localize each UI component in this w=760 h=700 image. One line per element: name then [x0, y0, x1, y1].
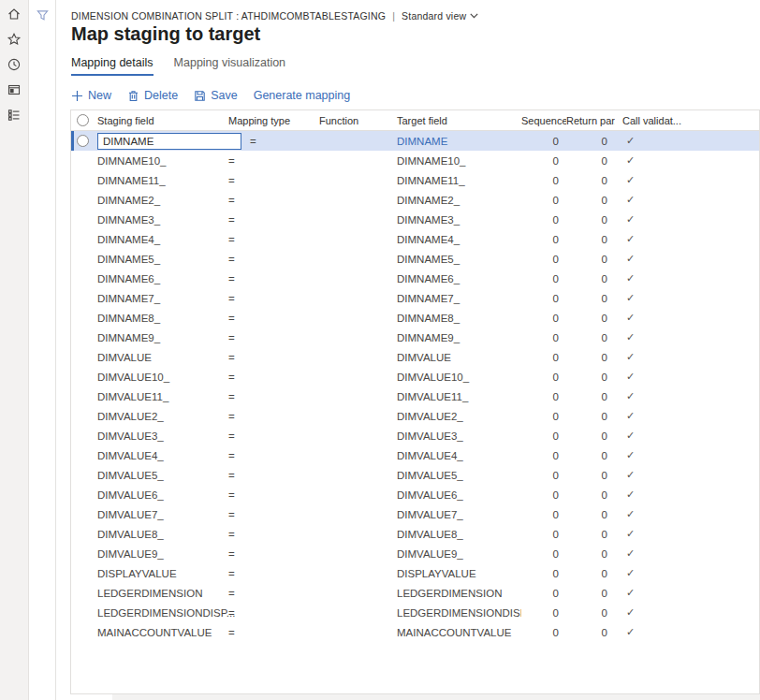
tab-mapping-visualization[interactable]: Mapping visualization: [174, 56, 286, 76]
row-staging-cell: DIMNAME11_: [94, 175, 225, 186]
table-row[interactable]: DISPLAYVALUE = DISPLAYVALUE 0 0 ✓: [71, 563, 759, 583]
table-row[interactable]: DIMNAME = DIMNAME 0 0 ✓: [71, 131, 759, 151]
table-row[interactable]: LEDGERDIMENSIONDISP... = LEDGERDIMENSION…: [71, 603, 759, 622]
row-radio-cell: [71, 606, 94, 619]
row-staging-text: DIMNAME10_: [97, 155, 167, 167]
table-row[interactable]: DIMVALUE4_ = DIMVALUE4_ 0 0 ✓: [71, 445, 759, 465]
table-row[interactable]: DIMNAME7_ = DIMNAME7_ 0 0 ✓: [71, 288, 759, 308]
table-row[interactable]: DIMVALUE2_ = DIMVALUE2_ 0 0 ✓: [71, 406, 759, 426]
row-target[interactable]: DIMNAME: [393, 136, 521, 147]
row-target[interactable]: DIMVALUE11_: [393, 391, 521, 402]
row-return-par: 0: [566, 175, 615, 186]
row-target[interactable]: DIMVALUE9_: [393, 548, 521, 560]
row-staging-cell: DIMNAME3_: [94, 214, 225, 226]
col-mapping-type[interactable]: Mapping type: [225, 115, 315, 126]
delete-button[interactable]: Delete: [127, 89, 178, 102]
col-return-par[interactable]: Return par...: [566, 115, 615, 126]
row-staging-cell: DIMNAME5_: [94, 254, 225, 265]
table-row[interactable]: MAINACCOUNTVALUE = MAINACCOUNTVALUE 0 0 …: [71, 622, 759, 642]
row-target[interactable]: DIMNAME3_: [393, 214, 521, 226]
row-target[interactable]: LEDGERDIMENSIONDISPL...: [393, 607, 521, 619]
row-target[interactable]: DIMNAME10_: [393, 155, 521, 167]
row-target[interactable]: DIMNAME6_: [393, 273, 521, 284]
row-staging-cell: DIMVALUE6_: [94, 489, 225, 501]
row-target[interactable]: DIMNAME4_: [393, 234, 521, 245]
row-target[interactable]: DIMNAME2_: [393, 195, 521, 206]
tab-mapping-details[interactable]: Mapping details: [71, 56, 153, 76]
table-row[interactable]: DIMNAME8_ = DIMNAME8_ 0 0 ✓: [71, 308, 759, 328]
col-function[interactable]: Function: [315, 115, 393, 126]
table-row[interactable]: DIMNAME5_ = DIMNAME5_ 0 0 ✓: [71, 249, 759, 269]
row-target[interactable]: DIMVALUE7_: [393, 509, 521, 520]
row-target[interactable]: DISPLAYVALUE: [393, 568, 521, 579]
col-call-validate[interactable]: Call validat...: [615, 115, 759, 126]
row-staging-text: DIMNAME6_: [97, 273, 160, 284]
row-sequence: 0: [521, 155, 566, 167]
row-target[interactable]: DIMVALUE2_: [393, 411, 521, 422]
table-row[interactable]: DIMNAME9_ = DIMNAME9_ 0 0 ✓: [71, 328, 759, 347]
row-target[interactable]: DIMVALUE5_: [393, 470, 521, 481]
col-target-field[interactable]: Target field: [393, 115, 521, 126]
table-row[interactable]: DIMVALUE5_ = DIMVALUE5_ 0 0 ✓: [71, 465, 759, 485]
table-row[interactable]: DIMNAME6_ = DIMNAME6_ 0 0 ✓: [71, 269, 759, 288]
filter-icon[interactable]: [36, 8, 50, 700]
new-button[interactable]: New: [71, 89, 111, 102]
table-row[interactable]: DIMVALUE = DIMVALUE 0 0 ✓: [71, 347, 759, 367]
row-select-radio[interactable]: [77, 135, 89, 147]
row-target[interactable]: DIMVALUE8_: [393, 529, 521, 540]
staging-field-input[interactable]: [97, 133, 241, 150]
row-mapping-type: =: [225, 627, 315, 638]
table-row[interactable]: DIMNAME2_ = DIMNAME2_ 0 0 ✓: [71, 190, 759, 210]
table-row[interactable]: LEDGERDIMENSION = LEDGERDIMENSION 0 0 ✓: [71, 583, 759, 603]
col-sequence[interactable]: Sequence: [521, 115, 566, 126]
star-icon[interactable]: [7, 32, 22, 47]
row-target[interactable]: DIMVALUE10_: [393, 372, 521, 383]
row-sequence: 0: [521, 470, 566, 481]
table-row[interactable]: DIMVALUE11_ = DIMVALUE11_ 0 0 ✓: [71, 386, 759, 406]
table-row[interactable]: DIMVALUE9_ = DIMVALUE9_ 0 0 ✓: [71, 544, 759, 563]
table-row[interactable]: DIMVALUE8_ = DIMVALUE8_ 0 0 ✓: [71, 524, 759, 544]
table-row[interactable]: DIMVALUE10_ = DIMVALUE10_ 0 0 ✓: [71, 367, 759, 386]
row-call-validate: ✓: [615, 410, 759, 422]
table-row[interactable]: DIMVALUE7_ = DIMVALUE7_ 0 0 ✓: [71, 504, 759, 524]
table-row[interactable]: DIMVALUE6_ = DIMVALUE6_ 0 0 ✓: [71, 485, 759, 504]
row-mapping-type: =: [225, 607, 315, 619]
row-mapping-type: =: [225, 529, 315, 540]
breadcrumb: DIMENSION COMBINATION SPLIT : ATHDIMCOMB…: [71, 10, 478, 22]
table-row[interactable]: DIMNAME10_ = DIMNAME10_ 0 0 ✓: [71, 151, 759, 170]
modules-icon[interactable]: [7, 108, 22, 123]
row-staging-cell: DIMNAME: [94, 133, 225, 150]
row-sequence: 0: [521, 588, 566, 599]
row-sequence: 0: [521, 313, 566, 324]
view-selector[interactable]: Standard view: [402, 10, 478, 22]
table-row[interactable]: DIMVALUE3_ = DIMVALUE3_ 0 0 ✓: [71, 426, 759, 445]
row-target[interactable]: MAINACCOUNTVALUE: [393, 627, 521, 638]
row-target[interactable]: LEDGERDIMENSION: [393, 588, 521, 599]
table-row[interactable]: DIMNAME4_ = DIMNAME4_ 0 0 ✓: [71, 229, 759, 249]
table-row[interactable]: DIMNAME3_ = DIMNAME3_ 0 0 ✓: [71, 210, 759, 229]
table-row[interactable]: DIMNAME11_ = DIMNAME11_ 0 0 ✓: [71, 170, 759, 190]
row-mapping-type: =: [225, 509, 315, 520]
chevron-down-icon: [470, 13, 478, 19]
generate-mapping-button[interactable]: Generate mapping: [254, 89, 351, 102]
row-target[interactable]: DIMNAME11_: [393, 175, 521, 186]
row-target[interactable]: DIMNAME9_: [393, 332, 521, 343]
row-target[interactable]: DIMVALUE6_: [393, 489, 521, 501]
row-return-par: 0: [566, 372, 615, 383]
select-all-radio[interactable]: [77, 114, 89, 126]
row-return-par: 0: [566, 313, 615, 324]
row-target[interactable]: DIMVALUE: [393, 352, 521, 363]
row-mapping-type: =: [225, 450, 315, 461]
save-button[interactable]: Save: [194, 89, 238, 102]
home-icon[interactable]: [7, 7, 22, 22]
clock-icon[interactable]: [7, 57, 22, 72]
row-return-par: 0: [566, 411, 615, 422]
col-staging-field[interactable]: Staging field: [94, 115, 225, 126]
row-target[interactable]: DIMNAME8_: [393, 313, 521, 324]
workspace-icon[interactable]: [7, 82, 22, 97]
row-target[interactable]: DIMVALUE3_: [393, 430, 521, 442]
row-mapping-type: =: [225, 470, 315, 481]
row-target[interactable]: DIMVALUE4_: [393, 450, 521, 461]
row-target[interactable]: DIMNAME5_: [393, 254, 521, 265]
row-target[interactable]: DIMNAME7_: [393, 293, 521, 304]
